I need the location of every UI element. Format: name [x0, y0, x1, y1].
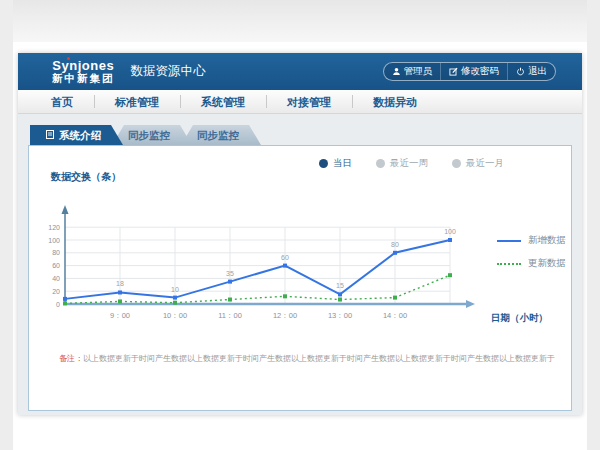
- logout-label: 退出: [528, 65, 547, 78]
- nav-item-system-mgmt[interactable]: 系统管理: [180, 90, 266, 114]
- main-nav: 首页 标准管理 系统管理 对接管理 数据异动: [18, 90, 582, 114]
- logo-red-dot-icon: [67, 57, 70, 60]
- nav-item-data-change[interactable]: 数据异动: [352, 90, 438, 114]
- app-window: Synjones 新中新集团 数据资源中心 管理员 修改密码 退出: [18, 53, 582, 415]
- note-text: 以上数据更新于时间产生数据以上数据更新于时间产生数据以上数据更新于时间产生数据以…: [83, 354, 555, 363]
- change-password-button[interactable]: 修改密码: [440, 63, 507, 80]
- y-axis-title: 数据交换（条）: [51, 170, 571, 184]
- current-user-label: 管理员: [404, 65, 433, 78]
- footer-note: 备注：以上数据更新于时间产生数据以上数据更新于时间产生数据以上数据更新于时间产生…: [59, 353, 557, 364]
- nav-item-interface-mgmt[interactable]: 对接管理: [266, 90, 352, 114]
- user-toolbar: 管理员 修改密码 退出: [383, 62, 557, 81]
- x-axis-title: 日期（小时）: [491, 312, 571, 325]
- legend-update-data: 更新数据: [497, 257, 566, 270]
- tab-sync-monitor-1[interactable]: 同步监控: [112, 125, 192, 145]
- dotted-line-swatch-icon: [497, 263, 521, 265]
- svg-text:60: 60: [52, 262, 60, 269]
- current-user-button[interactable]: 管理员: [384, 63, 441, 80]
- time-range-radios: 当日 最近一周 最近一月: [29, 146, 571, 170]
- note-label: 备注：: [59, 354, 83, 363]
- nav-item-standard-mgmt[interactable]: 标准管理: [94, 90, 180, 114]
- power-icon: [516, 67, 525, 76]
- legend-label: 更新数据: [528, 257, 566, 270]
- page-top-margin: [0, 0, 600, 42]
- tab-label: 同步监控: [128, 129, 170, 141]
- app-header: Synjones 新中新集团 数据资源中心 管理员 修改密码 退出: [18, 53, 582, 90]
- svg-text:35: 35: [226, 270, 234, 277]
- radio-last-week[interactable]: 最近一周: [376, 157, 428, 170]
- document-icon: [46, 125, 54, 145]
- solid-line-swatch-icon: [497, 240, 521, 242]
- svg-text:10: 10: [171, 286, 179, 293]
- svg-text:9：00: 9：00: [110, 311, 130, 320]
- svg-text:100: 100: [444, 228, 456, 235]
- svg-text:12：00: 12：00: [273, 311, 297, 320]
- page-left-margin: [0, 0, 13, 450]
- tab-sync-monitor-2[interactable]: 同步监控: [181, 125, 261, 145]
- radio-dot-icon: [376, 159, 385, 168]
- radio-label: 最近一周: [390, 157, 428, 170]
- svg-text:0: 0: [56, 301, 60, 308]
- person-icon: [392, 67, 401, 76]
- page-right-margin: [587, 0, 600, 450]
- radio-dot-icon: [452, 159, 461, 168]
- legend-label: 新增数据: [528, 234, 566, 247]
- tab-system-intro[interactable]: 系统介绍: [30, 125, 123, 145]
- pencil-square-icon: [449, 67, 458, 76]
- data-exchange-line-chart: 0204060801001201810356015801009：0010：001…: [45, 192, 485, 342]
- content-area: 系统介绍 同步监控 同步监控 当日 最近一周: [18, 114, 582, 415]
- chart-area: 0204060801001201810356015801009：0010：001…: [45, 192, 571, 344]
- radio-label: 当日: [333, 157, 352, 170]
- svg-text:80: 80: [52, 249, 60, 256]
- nav-item-home[interactable]: 首页: [30, 90, 94, 114]
- svg-text:15: 15: [336, 282, 344, 289]
- logo-text-en: Synjones: [52, 59, 115, 73]
- svg-text:120: 120: [48, 224, 60, 231]
- radio-today[interactable]: 当日: [319, 157, 352, 170]
- radio-label: 最近一月: [466, 157, 504, 170]
- change-password-label: 修改密码: [461, 65, 499, 78]
- legend-new-data: 新增数据: [497, 234, 566, 247]
- svg-text:80: 80: [391, 241, 399, 248]
- radio-last-month[interactable]: 最近一月: [452, 157, 504, 170]
- logo-text-cn: 新中新集团: [52, 73, 115, 85]
- svg-text:11：00: 11：00: [218, 311, 242, 320]
- svg-text:100: 100: [48, 237, 60, 244]
- chart-panel: 当日 最近一周 最近一月 数据交换（条） 0204060801001201810…: [28, 145, 572, 411]
- radio-dot-icon: [319, 159, 328, 168]
- logout-button[interactable]: 退出: [507, 63, 555, 80]
- page-title: 数据资源中心: [131, 63, 206, 80]
- svg-text:20: 20: [52, 288, 60, 295]
- tab-label: 系统介绍: [59, 125, 101, 145]
- svg-text:13：00: 13：00: [328, 311, 352, 320]
- svg-text:14：00: 14：00: [383, 311, 407, 320]
- logo: Synjones 新中新集团: [52, 59, 115, 85]
- svg-text:10：00: 10：00: [163, 311, 187, 320]
- svg-text:40: 40: [52, 275, 60, 282]
- svg-text:60: 60: [281, 254, 289, 261]
- tab-label: 同步监控: [197, 129, 239, 141]
- svg-text:18: 18: [116, 280, 124, 287]
- chart-legend: 新增数据 更新数据: [497, 234, 566, 270]
- tab-bar: 系统介绍 同步监控 同步监控: [30, 125, 582, 145]
